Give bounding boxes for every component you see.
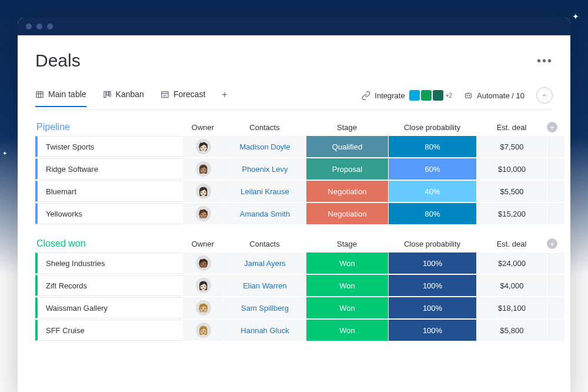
table-row[interactable]: Ridge Software 👩🏽 Phoenix Levy Proposal …: [35, 158, 553, 180]
deal-value-cell[interactable]: $18,100: [476, 297, 547, 318]
automate-button[interactable]: Automate / 10: [464, 91, 524, 100]
deal-value-cell[interactable]: $4,000: [476, 275, 547, 296]
window-titlebar: [18, 18, 570, 35]
deal-value-cell[interactable]: $5,500: [476, 181, 547, 202]
probability-cell[interactable]: 40%: [388, 181, 476, 202]
deal-value-cell[interactable]: $5,800: [476, 320, 547, 341]
column-header[interactable]: Est. deal: [476, 240, 547, 248]
probability-cell[interactable]: 100%: [388, 253, 476, 274]
group-title[interactable]: Closed won: [35, 238, 182, 249]
table-row[interactable]: Twister Sports 🧑🏻 Madison Doyle Qualifie…: [35, 136, 553, 157]
deal-value-cell[interactable]: $24,000: [476, 253, 547, 274]
row-end-cell: [547, 136, 564, 157]
svg-rect-12: [466, 93, 472, 98]
tab-forecast[interactable]: Forecast: [161, 89, 205, 107]
table-icon: [35, 90, 44, 99]
contact-cell[interactable]: Sam Spillberg: [223, 297, 306, 318]
app-more-count: +2: [446, 92, 452, 99]
probability-cell[interactable]: 100%: [388, 320, 476, 341]
deal-name-cell[interactable]: Sheleg Industries: [35, 253, 182, 274]
tab-label: Forecast: [173, 89, 205, 99]
column-header[interactable]: Est. deal: [476, 123, 547, 132]
deal-name-cell[interactable]: SFF Cruise: [35, 320, 182, 341]
table-row[interactable]: Waissman Gallery 🧑🏼 Sam Spillberg Won 10…: [35, 297, 553, 318]
row-end-cell: [547, 181, 564, 202]
contact-cell[interactable]: Leilani Krause: [223, 181, 306, 202]
deal-name-cell[interactable]: Waissman Gallery: [35, 297, 182, 318]
svg-rect-5: [106, 91, 108, 95]
owner-cell[interactable]: 👩🏽: [182, 158, 223, 180]
row-end-cell: [547, 203, 564, 224]
column-header[interactable]: Close probability: [388, 123, 476, 132]
tab-kanban[interactable]: Kanban: [103, 89, 144, 107]
probability-cell[interactable]: 80%: [388, 203, 476, 224]
tab-main-table[interactable]: Main table: [35, 89, 86, 107]
svg-rect-4: [103, 91, 105, 97]
column-header[interactable]: Owner: [182, 123, 223, 132]
column-header[interactable]: Contacts: [223, 240, 306, 248]
probability-cell[interactable]: 100%: [388, 275, 476, 296]
probability-cell[interactable]: 80%: [388, 136, 476, 157]
column-header[interactable]: Owner: [182, 240, 223, 248]
tab-label: Kanban: [116, 89, 144, 99]
deal-value-cell[interactable]: $10,000: [476, 158, 547, 180]
app-badge: [421, 90, 432, 101]
stage-cell[interactable]: Negotiation: [306, 203, 388, 224]
contact-cell[interactable]: Madison Doyle: [223, 136, 306, 157]
contact-cell[interactable]: Elian Warren: [223, 275, 306, 296]
column-header[interactable]: Stage: [306, 123, 388, 132]
column-header[interactable]: Stage: [306, 240, 388, 248]
deal-name-cell[interactable]: Bluemart: [35, 181, 182, 202]
kanban-icon: [103, 90, 112, 99]
deal-value-cell[interactable]: $7,500: [476, 136, 547, 157]
owner-cell[interactable]: 👩🏼: [182, 320, 223, 341]
stage-cell[interactable]: Negotiation: [306, 181, 388, 202]
stage-cell[interactable]: Won: [306, 275, 388, 296]
deal-name-cell[interactable]: Ridge Software: [35, 158, 182, 180]
contact-cell[interactable]: Hannah Gluck: [223, 320, 306, 341]
table-row[interactable]: SFF Cruise 👩🏼 Hannah Gluck Won 100% $5,8…: [35, 320, 553, 341]
owner-cell[interactable]: 🧑🏽: [182, 203, 223, 224]
integrate-label: Integrate: [375, 91, 405, 100]
add-column-button[interactable]: +: [547, 238, 557, 249]
deal-name-cell[interactable]: Yelloworks: [35, 203, 182, 224]
column-header[interactable]: Contacts: [223, 123, 306, 132]
stage-cell[interactable]: Won: [306, 253, 388, 274]
row-end-cell: [547, 320, 564, 341]
probability-cell[interactable]: 100%: [388, 297, 476, 318]
add-column-button[interactable]: +: [547, 122, 557, 132]
group-title[interactable]: Pipeline: [35, 122, 182, 132]
page-title: Deals: [35, 51, 81, 71]
add-view-button[interactable]: +: [222, 89, 227, 107]
deal-name-cell[interactable]: Zift Records: [35, 275, 182, 296]
stage-cell[interactable]: Qualified: [306, 136, 388, 157]
table-row[interactable]: Bluemart 👩🏻 Leilani Krause Negotiation 4…: [35, 181, 553, 202]
table-row[interactable]: Yelloworks 🧑🏽 Amanda Smith Negotiation 8…: [35, 203, 553, 224]
owner-cell[interactable]: 👩🏻: [182, 181, 223, 202]
owner-cell[interactable]: 🧑🏾: [182, 253, 223, 274]
contact-cell[interactable]: Phoenix Levy: [223, 158, 306, 180]
deal-name-cell[interactable]: Twister Sports: [35, 136, 182, 157]
avatar: 🧑🏾: [196, 255, 211, 271]
integrate-apps: +2: [409, 90, 452, 101]
svg-rect-6: [109, 91, 111, 96]
owner-cell[interactable]: 🧑🏻: [182, 136, 223, 157]
contact-cell[interactable]: Jamal Ayers: [223, 253, 306, 274]
integrate-button[interactable]: Integrate +2: [362, 90, 452, 101]
table-row[interactable]: Sheleg Industries 🧑🏾 Jamal Ayers Won 100…: [35, 253, 553, 274]
probability-cell[interactable]: 60%: [388, 158, 476, 180]
column-header[interactable]: Close probability: [388, 240, 476, 248]
forecast-icon: [161, 90, 169, 99]
more-options-button[interactable]: •••: [537, 54, 553, 68]
deal-value-cell[interactable]: $15,200: [476, 203, 547, 224]
owner-cell[interactable]: 🧑🏼: [182, 297, 223, 318]
stage-cell[interactable]: Proposal: [306, 158, 388, 180]
contact-cell[interactable]: Amanda Smith: [223, 203, 306, 224]
stage-cell[interactable]: Won: [306, 297, 388, 318]
window-dot: [36, 24, 42, 29]
table-row[interactable]: Zift Records 👩🏻 Elian Warren Won 100% $4…: [35, 275, 553, 296]
collapse-button[interactable]: [536, 87, 553, 104]
window-dot: [47, 24, 53, 29]
owner-cell[interactable]: 👩🏻: [182, 275, 223, 296]
stage-cell[interactable]: Won: [306, 320, 388, 341]
